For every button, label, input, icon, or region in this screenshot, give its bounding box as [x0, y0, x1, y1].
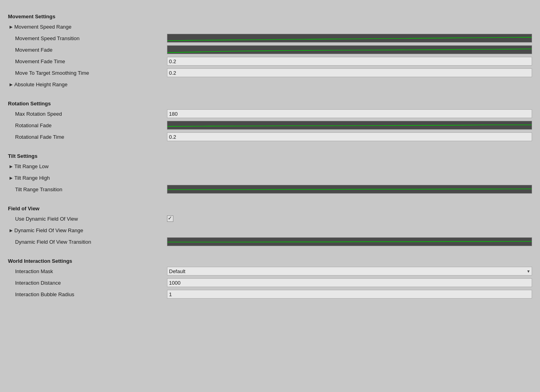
row-absolute-height-range: ▶ Absolute Height Range: [8, 79, 532, 90]
curve-rotational-fade[interactable]: [167, 121, 532, 130]
select-interaction-mask[interactable]: Default: [167, 267, 532, 276]
label-movement-fade-time: Movement Fade Time: [8, 58, 167, 64]
input-rotational-fade-time[interactable]: [167, 132, 532, 141]
value-dynamic-fov-transition: [167, 237, 532, 246]
label-interaction-distance: Interaction Distance: [8, 280, 167, 286]
input-interaction-bubble-radius[interactable]: [167, 290, 532, 299]
row-dynamic-fov-range: ▶ Dynamic Field Of View Range: [8, 225, 532, 236]
fov-header: Field of View: [8, 206, 532, 212]
input-move-to-target-smoothing[interactable]: [167, 68, 532, 77]
arrow-movement-speed-range: ▶: [10, 25, 13, 29]
row-interaction-mask: Interaction Mask Default ▼: [8, 266, 532, 277]
value-tilt-range-transition: [167, 185, 532, 194]
row-tilt-range-low: ▶ Tilt Range Low: [8, 161, 532, 172]
value-interaction-mask: Default ▼: [167, 267, 532, 276]
row-move-to-target-smoothing: Move To Target Smoothing Time: [8, 67, 532, 78]
value-movement-fade: [167, 45, 532, 54]
row-tilt-range-high: ▶ Tilt Range High: [8, 172, 532, 183]
row-movement-speed-range: ▶ Movement Speed Range: [8, 21, 532, 32]
row-movement-speed-transition: Movement Speed Transition: [8, 33, 532, 44]
tilt-header: Tilt Settings: [8, 153, 532, 159]
curve-tilt-range-transition[interactable]: [167, 185, 532, 194]
label-dynamic-fov-transition: Dynamic Field Of View Transition: [8, 239, 167, 245]
input-interaction-distance[interactable]: [167, 278, 532, 287]
row-dynamic-fov-transition: Dynamic Field Of View Transition: [8, 236, 532, 247]
value-rotational-fade: [167, 121, 532, 130]
interaction-header: World Interaction Settings: [8, 258, 532, 264]
row-rotational-fade: Rotational Fade: [8, 120, 532, 131]
input-movement-fade-time[interactable]: [167, 57, 532, 66]
row-rotational-fade-time: Rotational Fade Time: [8, 131, 532, 142]
svg-rect-1: [167, 46, 532, 54]
label-movement-speed-range[interactable]: ▶ Movement Speed Range: [8, 24, 167, 30]
label-use-dynamic-fov: Use Dynamic Field Of View: [8, 216, 167, 222]
arrow-absolute-height-range: ▶: [10, 82, 13, 87]
label-rotational-fade: Rotational Fade: [8, 122, 167, 128]
row-max-rotation-speed: Max Rotation Speed: [8, 108, 532, 119]
row-movement-fade: Movement Fade: [8, 44, 532, 55]
rotation-header: Rotation Settings: [8, 101, 532, 107]
label-move-to-target-smoothing: Move To Target Smoothing Time: [8, 70, 167, 76]
label-max-rotation-speed: Max Rotation Speed: [8, 111, 167, 117]
arrow-tilt-range-high: ▶: [10, 176, 13, 180]
label-tilt-range-low[interactable]: ▶ Tilt Range Low: [8, 163, 167, 169]
value-interaction-distance: [167, 278, 532, 287]
label-absolute-height-range[interactable]: ▶ Absolute Height Range: [8, 82, 167, 87]
value-use-dynamic-fov: [167, 215, 532, 222]
curve-dynamic-fov-transition[interactable]: [167, 237, 532, 246]
value-move-to-target-smoothing: [167, 68, 532, 77]
label-tilt-range-high[interactable]: ▶ Tilt Range High: [8, 175, 167, 181]
arrow-tilt-range-low: ▶: [10, 164, 13, 169]
movement-header: Movement Settings: [8, 14, 532, 19]
value-movement-fade-time: [167, 57, 532, 66]
row-interaction-bubble-radius: Interaction Bubble Radius: [8, 289, 532, 300]
label-movement-speed-transition: Movement Speed Transition: [8, 35, 167, 41]
curve-movement-speed-transition[interactable]: [167, 34, 532, 43]
label-interaction-bubble-radius: Interaction Bubble Radius: [8, 291, 167, 297]
label-movement-fade: Movement Fade: [8, 47, 167, 53]
row-use-dynamic-fov: Use Dynamic Field Of View: [8, 213, 532, 224]
settings-panel: Movement Settings ▶ Movement Speed Range…: [0, 4, 540, 304]
row-movement-fade-time: Movement Fade Time: [8, 56, 532, 67]
curve-movement-fade[interactable]: [167, 45, 532, 54]
value-rotational-fade-time: [167, 132, 532, 141]
svg-rect-0: [167, 34, 532, 42]
label-tilt-range-transition: Tilt Range Transition: [8, 186, 167, 192]
label-rotational-fade-time: Rotational Fade Time: [8, 134, 167, 140]
label-dynamic-fov-range[interactable]: ▶ Dynamic Field Of View Range: [8, 227, 167, 233]
arrow-dynamic-fov-range: ▶: [10, 228, 13, 233]
checkbox-wrapper-dynamic-fov: [167, 215, 532, 222]
label-interaction-mask: Interaction Mask: [8, 268, 167, 274]
row-interaction-distance: Interaction Distance: [8, 277, 532, 288]
row-tilt-range-transition: Tilt Range Transition: [8, 184, 532, 195]
value-movement-speed-transition: [167, 34, 532, 43]
checkbox-dynamic-fov[interactable]: [167, 215, 173, 222]
input-max-rotation-speed[interactable]: [167, 109, 532, 118]
value-interaction-bubble-radius: [167, 290, 532, 299]
value-max-rotation-speed: [167, 109, 532, 118]
dropdown-wrapper-interaction-mask: Default ▼: [167, 267, 532, 276]
